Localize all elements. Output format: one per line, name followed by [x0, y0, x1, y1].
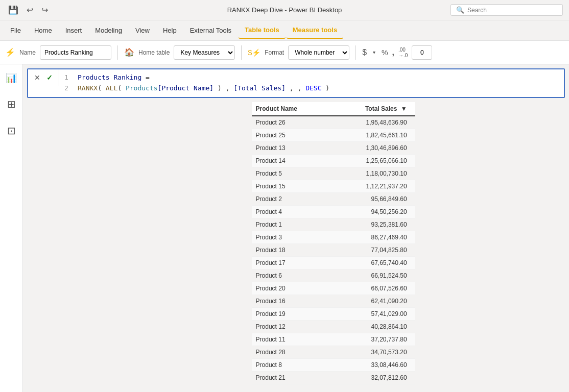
table-row: Product 17 67,65,740.40: [252, 256, 415, 269]
main-area: 📊 ⊞ ⊡ ✕ ✓ 1 Products Ranking = 2 RANKX( …: [0, 64, 569, 392]
product-name-cell: Product 14: [252, 154, 334, 167]
currency-dropdown[interactable]: ▾: [371, 48, 377, 56]
total-sales-cell: 1,18,00,730.10: [333, 167, 415, 180]
menu-view[interactable]: View: [129, 22, 156, 38]
product-name-cell: Product 21: [252, 371, 334, 384]
menu-home[interactable]: Home: [28, 22, 58, 38]
menu-external-tools[interactable]: External Tools: [184, 22, 238, 38]
product-name-cell: Product 5: [252, 167, 334, 180]
name-input[interactable]: [40, 45, 111, 60]
decimal-decrease-btn[interactable]: .00→.0: [398, 47, 408, 58]
decimal-places-input[interactable]: [412, 45, 432, 60]
table-container: Product Name Total Sales ▼ Product 26 1,…: [242, 102, 569, 392]
total-sales-cell: 86,27,469.40: [333, 231, 415, 243]
content-area: ✕ ✓ 1 Products Ranking = 2 RANKX( ALL( P…: [23, 64, 569, 392]
total-sales-cell: 33,08,446.60: [333, 358, 415, 371]
name-label: Name: [19, 49, 36, 56]
measure-icon: ⚡: [5, 47, 15, 57]
menu-table-tools[interactable]: Table tools: [239, 22, 286, 39]
redo-button[interactable]: ↪: [39, 4, 50, 16]
table-row: Product 12 40,28,864.10: [252, 320, 415, 333]
menu-file[interactable]: File: [4, 22, 27, 38]
product-name-cell: Product 17: [252, 256, 334, 269]
confirm-formula-button[interactable]: ✓: [44, 72, 55, 83]
search-input[interactable]: [467, 7, 549, 14]
table-row: Product 2 95,66,849.60: [252, 192, 415, 205]
total-sales-cell: 94,50,256.20: [333, 205, 415, 218]
total-sales-cell: 40,28,864.10: [333, 320, 415, 333]
product-name-cell: Product 6: [252, 269, 334, 282]
dollar-btn[interactable]: $: [362, 48, 367, 57]
table-row: Product 4 94,50,256.20: [252, 205, 415, 218]
product-name-cell: Product 11: [252, 333, 334, 346]
table-row: Product 26 1,95,48,636.90: [252, 116, 415, 129]
percent-btn[interactable]: %: [382, 48, 388, 57]
table-row: Product 6 66,91,524.50: [252, 269, 415, 282]
product-name-cell: Product 16: [252, 295, 334, 307]
table-row: Product 21 32,07,812.60: [252, 371, 415, 384]
home-table-select[interactable]: Key Measures: [174, 45, 235, 60]
rankx-fn: RANKX: [78, 84, 98, 92]
table-row: Product 25 1,82,45,661.10: [252, 129, 415, 141]
col-header-product-name[interactable]: Product Name: [252, 102, 334, 116]
col-header-total-sales[interactable]: Total Sales ▼: [333, 102, 415, 116]
total-sales-measure: [Total Sales]: [233, 84, 286, 92]
table-row: Product 1 93,25,381.60: [252, 218, 415, 231]
total-sales-cell: 57,41,029.00: [333, 307, 415, 320]
formula-bar: ✕ ✓ 1 Products Ranking = 2 RANKX( ALL( P…: [27, 68, 565, 98]
table-row: Product 16 62,41,090.20: [252, 295, 415, 307]
comma-btn[interactable]: ,: [392, 48, 394, 57]
total-sales-cell: 67,65,740.40: [333, 256, 415, 269]
total-sales-cell: 66,07,526.60: [333, 282, 415, 295]
product-name-cell: Product 3: [252, 231, 334, 243]
total-sales-cell: 93,25,381.60: [333, 218, 415, 231]
all-fn: ALL: [106, 84, 117, 92]
title-bar-controls: 💾 ↩ ↪: [6, 4, 50, 16]
model-icon[interactable]: ⊡: [4, 121, 19, 140]
total-sales-cell: 34,70,573.20: [333, 346, 415, 358]
save-button[interactable]: 💾: [6, 4, 20, 16]
sort-arrow-icon: ▼: [401, 105, 407, 112]
formula-controls: ✕ ✓: [28, 69, 59, 86]
table-row: Product 18 77,04,825.80: [252, 243, 415, 256]
product-name-cell: Product 1: [252, 218, 334, 231]
product-name-cell: Product 12: [252, 320, 334, 333]
table-row: Product 3 86,27,469.40: [252, 231, 415, 243]
menu-bar: File Home Insert Modeling View Help Exte…: [0, 20, 569, 41]
product-name-cell: Product 15: [252, 180, 334, 192]
home-icon: 🏠: [124, 47, 134, 57]
formula-code[interactable]: 1 Products Ranking = 2 RANKX( ALL( Produ…: [59, 69, 564, 97]
home-table-label: Home table: [138, 49, 170, 56]
chart-icon[interactable]: 📊: [3, 69, 20, 87]
total-sales-cell: 62,41,090.20: [333, 295, 415, 307]
search-box[interactable]: 🔍: [451, 4, 563, 16]
undo-button[interactable]: ↩: [25, 4, 35, 16]
format-label: Format: [265, 49, 284, 56]
formula-line-1: 1 Products Ranking =: [64, 72, 559, 83]
format-icon: $⚡: [248, 48, 260, 57]
table-icon[interactable]: ⊞: [4, 95, 19, 113]
product-name-field: [Product Name]: [158, 84, 214, 92]
format-select[interactable]: Whole number: [288, 45, 349, 60]
menu-insert[interactable]: Insert: [59, 22, 88, 38]
total-sales-cell: 1,30,46,896.60: [333, 141, 415, 154]
formula-line-2: 2 RANKX( ALL( Products[Product Name] ) ,…: [64, 83, 559, 94]
cancel-formula-button[interactable]: ✕: [32, 72, 42, 83]
total-sales-cell: 1,95,48,636.90: [333, 116, 415, 129]
total-sales-cell: 32,07,812.60: [333, 371, 415, 384]
product-name-cell: Product 4: [252, 205, 334, 218]
product-name-cell: Product 19: [252, 307, 334, 320]
total-sales-cell: 37,20,737.80: [333, 333, 415, 346]
table-row: Product 8 33,08,446.60: [252, 358, 415, 371]
total-sales-cell: 1,12,21,937.20: [333, 180, 415, 192]
menu-measure-tools[interactable]: Measure tools: [287, 22, 343, 39]
total-sales-cell: 1,25,65,066.10: [333, 154, 415, 167]
search-icon: 🔍: [456, 6, 464, 14]
table-row: Product 13 1,30,46,896.60: [252, 141, 415, 154]
products-table: Product Name Total Sales ▼ Product 26 1,…: [252, 102, 415, 384]
total-sales-cell: 1,82,45,661.10: [333, 129, 415, 141]
separator-1: [117, 45, 118, 60]
menu-modeling[interactable]: Modeling: [89, 22, 128, 38]
product-name-cell: Product 28: [252, 346, 334, 358]
menu-help[interactable]: Help: [157, 22, 183, 38]
